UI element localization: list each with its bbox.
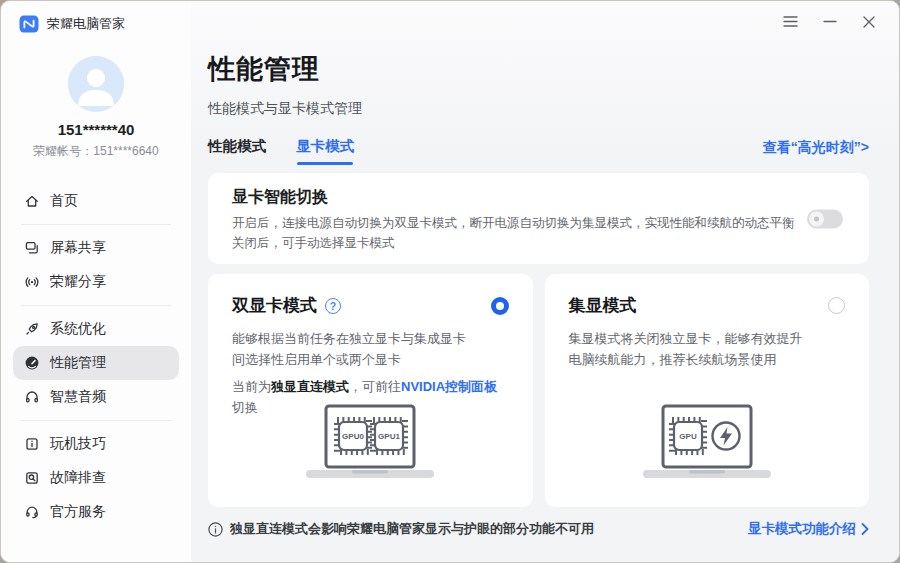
sidebar-item-screen-share[interactable]: 屏幕共享 bbox=[13, 231, 179, 265]
sidebar-item-troubleshoot[interactable]: 故障排查 bbox=[13, 461, 179, 495]
sidebar-item-label: 系统优化 bbox=[50, 320, 106, 338]
close-icon[interactable] bbox=[860, 13, 877, 30]
igpu-card-header: 集显模式 bbox=[569, 294, 846, 317]
main-pane: 性能管理 性能模式与显卡模式管理 性能模式 显卡模式 查看“高光时刻”> 显卡智… bbox=[191, 1, 899, 562]
gpu-mode-intro-label: 显卡模式功能介绍 bbox=[748, 520, 856, 538]
sidebar-item-label: 故障排查 bbox=[50, 469, 106, 487]
smart-switch-toggle[interactable] bbox=[807, 209, 843, 228]
avatar[interactable] bbox=[68, 56, 124, 112]
igpu-mode-card[interactable]: 集显模式 集显模式将关闭独立显卡，能够有效提升 电脑续航能力，推荐长续航场景使用… bbox=[545, 274, 870, 507]
nvidia-control-panel-link[interactable]: NVIDIA控制面板 bbox=[401, 379, 497, 394]
page-title: 性能管理 bbox=[208, 51, 869, 87]
igpu-desc-line2: 电脑续航能力，推荐长续航场景使用 bbox=[569, 349, 846, 370]
smart-switch-desc: 开启后，连接电源自动切换为双显卡模式，断开电源自动切换为集显模式，实现性能和续航… bbox=[232, 213, 832, 253]
smart-switch-desc-line2: 关闭后，可手动选择显卡模式 bbox=[232, 233, 832, 253]
dual-gpu-title: 双显卡模式 bbox=[232, 294, 317, 317]
igpu-desc-line1: 集显模式将关闭独立显卡，能够有效提升 bbox=[569, 328, 846, 349]
smart-switch-card: 显卡智能切换 开启后，连接电源自动切换为双显卡模式，断开电源自动切换为集显模式，… bbox=[208, 173, 869, 264]
user-account: 荣耀帐号：151****6640 bbox=[1, 143, 191, 160]
home-icon bbox=[23, 193, 40, 210]
dual-gpu-card-header: 双显卡模式 ? bbox=[232, 294, 509, 317]
honor-share-icon bbox=[23, 274, 40, 291]
tab-gpu-mode[interactable]: 显卡模式 bbox=[296, 137, 354, 158]
current-suffix: 切换 bbox=[232, 400, 258, 415]
headset-icon bbox=[23, 504, 40, 521]
sidebar-divider bbox=[21, 420, 171, 421]
app-window: 荣耀电脑管家 151******40 荣耀帐号：151****6640 bbox=[0, 0, 900, 563]
sidebar-item-label: 屏幕共享 bbox=[50, 239, 106, 257]
sidebar-menu: 首页 屏幕共享 bbox=[1, 184, 191, 529]
sidebar-item-label: 官方服务 bbox=[50, 503, 106, 521]
sidebar: 荣耀电脑管家 151******40 荣耀帐号：151****6640 bbox=[1, 1, 191, 562]
chevron-right-icon bbox=[861, 523, 869, 535]
smart-switch-title: 显卡智能切换 bbox=[232, 187, 845, 208]
window-controls bbox=[782, 13, 877, 30]
info-icon bbox=[208, 522, 223, 537]
sidebar-item-performance[interactable]: 性能管理 bbox=[13, 346, 179, 380]
sidebar-item-label: 首页 bbox=[50, 192, 78, 210]
smart-switch-desc-line1: 开启后，连接电源自动切换为双显卡模式，断开电源自动切换为集显模式，实现性能和续航… bbox=[232, 213, 832, 233]
app-header: 荣耀电脑管家 bbox=[1, 1, 191, 34]
current-prefix: 当前为 bbox=[232, 379, 271, 394]
current-mid: ，可前往 bbox=[349, 379, 401, 394]
toggle-knob bbox=[809, 211, 824, 226]
minimize-icon[interactable] bbox=[821, 13, 838, 30]
mode-cards-row: 双显卡模式 ? 能够根据当前任务在独立显卡与集成显卡 间选择性启用单个或两个显卡… bbox=[208, 274, 869, 507]
sidebar-item-label: 性能管理 bbox=[50, 354, 106, 372]
help-icon[interactable]: ? bbox=[325, 298, 341, 314]
app-title: 荣耀电脑管家 bbox=[47, 15, 125, 33]
sidebar-item-system-optimize[interactable]: 系统优化 bbox=[13, 312, 179, 346]
user-name: 151******40 bbox=[1, 121, 191, 138]
tips-info-icon bbox=[23, 436, 40, 453]
igpu-title: 集显模式 bbox=[569, 294, 637, 317]
app-logo-icon bbox=[19, 14, 39, 34]
sidebar-divider bbox=[21, 305, 171, 306]
sidebar-item-smart-audio[interactable]: 智慧音频 bbox=[13, 380, 179, 414]
headphones-icon bbox=[23, 389, 40, 406]
dual-gpu-illustration: GPU0 GPU1 bbox=[290, 403, 450, 485]
gpu-mode-intro-link[interactable]: 显卡模式功能介绍 bbox=[748, 520, 869, 538]
sidebar-item-official-service[interactable]: 官方服务 bbox=[13, 495, 179, 529]
gpu-label: GPU bbox=[679, 432, 697, 441]
current-mode: 独显直连模式 bbox=[271, 379, 349, 394]
highlight-moments-link[interactable]: 查看“高光时刻”> bbox=[763, 139, 869, 157]
troubleshoot-search-icon bbox=[23, 470, 40, 487]
page-subtitle: 性能模式与显卡模式管理 bbox=[208, 100, 869, 118]
dual-gpu-mode-card[interactable]: 双显卡模式 ? 能够根据当前任务在独立显卡与集成显卡 间选择性启用单个或两个显卡… bbox=[208, 274, 533, 507]
igpu-illustration: GPU bbox=[627, 403, 787, 485]
gpu0-label: GPU0 bbox=[342, 432, 364, 441]
gpu1-label: GPU1 bbox=[378, 432, 400, 441]
sidebar-divider bbox=[21, 224, 171, 225]
dual-gpu-desc: 能够根据当前任务在独立显卡与集成显卡 间选择性启用单个或两个显卡 bbox=[232, 328, 509, 370]
rocket-icon bbox=[23, 321, 40, 338]
screen-share-icon bbox=[23, 240, 40, 257]
sidebar-item-home[interactable]: 首页 bbox=[13, 184, 179, 218]
performance-gauge-icon bbox=[23, 355, 40, 372]
footer-info-text: 独显直连模式会影响荣耀电脑管家显示与护眼的部分功能不可用 bbox=[230, 520, 594, 538]
dual-gpu-radio[interactable] bbox=[491, 297, 509, 315]
sidebar-item-tips[interactable]: 玩机技巧 bbox=[13, 427, 179, 461]
hamburger-menu-icon[interactable] bbox=[782, 13, 799, 30]
dual-gpu-desc-line1: 能够根据当前任务在独立显卡与集成显卡 bbox=[232, 328, 509, 349]
sidebar-item-label: 智慧音频 bbox=[50, 388, 106, 406]
tab-bar: 性能模式 显卡模式 查看“高光时刻”> bbox=[208, 137, 869, 158]
sidebar-item-label: 玩机技巧 bbox=[50, 435, 106, 453]
user-block[interactable]: 151******40 荣耀帐号：151****6640 bbox=[1, 56, 191, 160]
sidebar-item-honor-share[interactable]: 荣耀分享 bbox=[13, 265, 179, 299]
igpu-desc: 集显模式将关闭独立显卡，能够有效提升 电脑续航能力，推荐长续航场景使用 bbox=[569, 328, 846, 370]
tab-performance-mode[interactable]: 性能模式 bbox=[208, 137, 266, 158]
sidebar-item-label: 荣耀分享 bbox=[50, 273, 106, 291]
footer-bar: 独显直连模式会影响荣耀电脑管家显示与护眼的部分功能不可用 显卡模式功能介绍 bbox=[208, 520, 869, 538]
dual-gpu-desc-line2: 间选择性启用单个或两个显卡 bbox=[232, 349, 509, 370]
igpu-radio[interactable] bbox=[828, 297, 845, 314]
